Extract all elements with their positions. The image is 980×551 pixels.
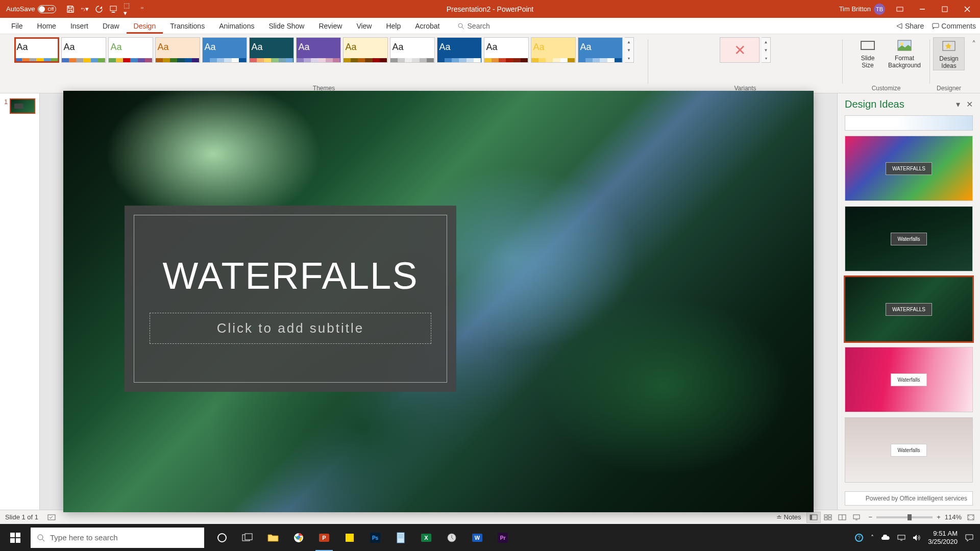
taskbar-clock[interactable]: 9:51 AM 3/25/2020 <box>928 530 958 545</box>
theme-thumb[interactable]: Aa <box>202 37 247 63</box>
reading-view-button[interactable] <box>835 512 849 523</box>
theme-thumb[interactable]: Aa <box>14 37 59 63</box>
fit-to-window-button[interactable] <box>967 514 975 521</box>
themes-more-button[interactable]: ▲▼▾ <box>625 37 634 63</box>
share-icon <box>896 22 903 30</box>
slide-sorter-button[interactable] <box>821 512 835 523</box>
undo-icon[interactable]: ▾ <box>81 5 89 13</box>
qat-more-icon[interactable]: ⁼ <box>138 5 146 13</box>
theme-thumb[interactable]: Aa <box>108 37 153 63</box>
share-button[interactable]: Share <box>896 22 924 30</box>
variant-thumb[interactable] <box>720 37 760 63</box>
excel-icon[interactable]: X <box>413 524 439 551</box>
maximize-button[interactable] <box>937 2 952 17</box>
tray-expand-icon[interactable]: ˄ <box>871 534 874 541</box>
start-button[interactable] <box>0 524 31 551</box>
theme-thumb[interactable]: Aa <box>531 37 576 63</box>
autosave-toggle[interactable]: Off <box>38 5 56 13</box>
tab-review[interactable]: Review <box>311 18 349 34</box>
slide-number: 1 <box>4 98 8 106</box>
theme-thumb[interactable]: Aa <box>61 37 106 63</box>
tab-insert[interactable]: Insert <box>63 18 95 34</box>
close-button[interactable] <box>960 2 975 17</box>
premiere-icon[interactable]: Pr <box>490 524 516 551</box>
onedrive-icon[interactable] <box>881 535 890 541</box>
task-view-icon[interactable] <box>235 524 260 551</box>
tab-home[interactable]: Home <box>30 18 63 34</box>
theme-thumb[interactable]: Aa <box>249 37 294 63</box>
theme-thumb[interactable]: Aa <box>390 37 435 63</box>
zoom-slider-thumb[interactable] <box>908 514 912 520</box>
slide-size-button[interactable]: Slide Size <box>852 37 884 69</box>
subtitle-placeholder[interactable]: Click to add subtitle <box>150 313 431 344</box>
tab-acrobat[interactable]: Acrobat <box>408 18 447 34</box>
format-background-button[interactable]: Format Background <box>889 37 920 69</box>
zoom-level[interactable]: 114% <box>945 513 962 521</box>
taskbar-search[interactable]: Type here to search <box>31 528 204 548</box>
tab-animations[interactable]: Animations <box>212 18 261 34</box>
tab-transitions[interactable]: Transitions <box>163 18 212 34</box>
design-idea-item[interactable]: WATERFALLS <box>845 136 973 201</box>
svg-rect-19 <box>10 533 15 537</box>
collapse-ribbon-button[interactable]: ˄ <box>968 37 980 51</box>
tab-help[interactable]: Help <box>379 18 408 34</box>
tab-file[interactable]: File <box>4 18 30 34</box>
clock-icon[interactable] <box>439 524 464 551</box>
spellcheck-icon[interactable] <box>47 513 56 521</box>
redo-icon[interactable] <box>95 5 103 13</box>
action-center-icon[interactable] <box>965 534 974 542</box>
autosave-control[interactable]: AutoSave Off <box>6 5 56 13</box>
tab-slideshow[interactable]: Slide Show <box>261 18 311 34</box>
notepad-icon[interactable] <box>388 524 413 551</box>
slide-thumbnail-1[interactable]: 1 <box>4 98 35 114</box>
theme-thumb[interactable]: Aa <box>343 37 388 63</box>
tab-draw[interactable]: Draw <box>95 18 127 34</box>
variants-more-button[interactable]: ▲▼▾ <box>762 37 771 63</box>
chrome-icon[interactable] <box>286 524 311 551</box>
design-idea-item[interactable]: WATERFALLS <box>845 277 973 342</box>
file-explorer-icon[interactable] <box>260 524 286 551</box>
search-box[interactable]: Search <box>457 22 490 30</box>
volume-icon[interactable] <box>913 534 921 541</box>
theme-thumb[interactable]: Aa <box>437 37 482 63</box>
zoom-out-button[interactable]: − <box>869 513 873 521</box>
pane-close-icon[interactable]: ✕ <box>966 99 973 109</box>
from-beginning-icon[interactable] <box>109 5 117 13</box>
slideshow-view-button[interactable] <box>849 512 864 523</box>
tab-view[interactable]: View <box>349 18 379 34</box>
design-idea-item[interactable]: Waterfalls <box>845 347 973 412</box>
notes-button[interactable]: ≐ Notes <box>776 513 801 521</box>
design-idea-item[interactable]: Waterfalls <box>845 417 973 483</box>
zoom-in-button[interactable]: + <box>937 513 941 521</box>
sticky-notes-icon[interactable] <box>337 524 362 551</box>
powerpoint-icon[interactable]: P <box>311 524 337 551</box>
theme-thumb[interactable]: Aa <box>296 37 341 63</box>
slide-canvas[interactable]: WATERFALLS Click to add subtitle <box>63 91 814 512</box>
touch-mode-icon[interactable]: ⬚ ▾ <box>124 5 132 13</box>
zoom-slider[interactable] <box>876 516 933 518</box>
slide-count[interactable]: Slide 1 of 1 <box>5 513 38 521</box>
word-icon[interactable]: W <box>464 524 490 551</box>
tab-design[interactable]: Design <box>127 18 163 34</box>
user-account[interactable]: Tim Britton TB <box>839 4 885 15</box>
comments-button[interactable]: Comments <box>932 22 976 30</box>
theme-thumb[interactable]: Aa <box>484 37 529 63</box>
network-icon[interactable] <box>897 534 905 541</box>
design-idea-item[interactable] <box>845 115 973 131</box>
photoshop-icon[interactable]: Ps <box>362 524 388 551</box>
normal-view-button[interactable] <box>806 512 821 523</box>
minimize-button[interactable] <box>915 2 930 17</box>
cortana-icon[interactable] <box>209 524 235 551</box>
design-ideas-button[interactable]: Design Ideas <box>933 37 965 70</box>
design-idea-item[interactable]: Waterfalls <box>845 206 973 271</box>
taskbar-search-placeholder: Type here to search <box>50 533 118 542</box>
title-placeholder-box[interactable]: WATERFALLS Click to add subtitle <box>125 206 456 392</box>
meet-now-icon[interactable]: ? <box>854 533 864 542</box>
pane-options-icon[interactable]: ▾ <box>956 99 960 109</box>
ribbon-display-options-icon[interactable] <box>892 2 908 17</box>
theme-thumb[interactable]: Aa <box>155 37 200 63</box>
theme-thumb[interactable]: Aa <box>578 37 623 63</box>
search-label: Search <box>468 22 490 30</box>
save-icon[interactable] <box>66 5 75 13</box>
slide-title-text[interactable]: WATERFALLS <box>162 254 418 297</box>
